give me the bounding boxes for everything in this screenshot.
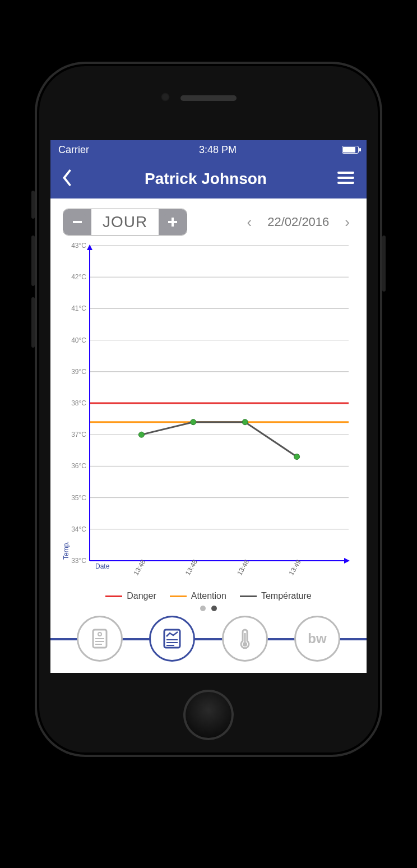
phone-frame: Carrier 3:48 PM Patrick Johnson <box>35 62 382 757</box>
svg-text:37°C: 37°C <box>71 431 86 438</box>
legend-swatch-attention <box>170 595 187 597</box>
svg-text:36°C: 36°C <box>71 462 86 470</box>
date-nav: ‹ 22/02/2016 › <box>243 210 354 234</box>
page-dot-0[interactable] <box>200 606 206 611</box>
legend-item-danger: Danger <box>105 591 156 601</box>
page-dot-1[interactable] <box>211 606 217 611</box>
tab-bar: bw <box>50 611 367 673</box>
svg-point-35 <box>294 454 300 460</box>
chart-legend: Danger Attention Température <box>62 591 355 601</box>
svg-text:bw: bw <box>308 631 327 646</box>
tab-bw[interactable]: bw <box>294 616 340 662</box>
svg-text:39°C: 39°C <box>71 368 86 376</box>
tab-profile[interactable] <box>77 616 123 662</box>
phone-mute-switch <box>31 191 35 219</box>
legend-swatch-temperature <box>240 595 257 597</box>
range-plus-button[interactable] <box>159 209 187 235</box>
svg-rect-7 <box>172 218 174 227</box>
stage: Carrier 3:48 PM Patrick Johnson <box>0 0 417 868</box>
phone-speaker <box>180 95 237 101</box>
svg-text:43°C: 43°C <box>71 242 86 250</box>
legend-item-attention: Attention <box>170 591 226 601</box>
status-bar: Carrier 3:48 PM <box>50 140 367 159</box>
svg-rect-2 <box>337 182 354 184</box>
date-label: 22/02/2016 <box>267 215 329 229</box>
svg-text:34°C: 34°C <box>71 525 86 533</box>
svg-point-32 <box>138 432 144 437</box>
legend-label-attention: Attention <box>191 591 226 601</box>
phone-vol-down <box>31 297 35 348</box>
svg-point-33 <box>191 419 196 425</box>
svg-rect-0 <box>337 172 354 174</box>
chart-container: 33°C34°C35°C36°C37°C38°C39°C40°C41°C42°C… <box>50 241 367 615</box>
legend-item-temperature: Température <box>240 591 312 601</box>
phone-vol-up <box>31 236 35 286</box>
date-next-button[interactable]: › <box>340 210 354 234</box>
svg-point-34 <box>242 419 248 425</box>
svg-rect-1 <box>337 177 354 179</box>
legend-swatch-danger <box>105 595 122 597</box>
legend-label-danger: Danger <box>127 591 156 601</box>
tab-thermometer[interactable] <box>222 616 268 662</box>
carrier-label: Carrier <box>58 144 89 156</box>
range-label: JOUR <box>91 213 159 231</box>
date-prev-button[interactable]: ‹ <box>243 210 257 234</box>
temperature-chart[interactable]: 33°C34°C35°C36°C37°C38°C39°C40°C41°C42°C… <box>62 241 355 589</box>
phone-camera <box>161 93 170 101</box>
svg-text:38°C: 38°C <box>71 399 86 407</box>
screen: Carrier 3:48 PM Patrick Johnson <box>50 140 367 673</box>
legend-label-temperature: Température <box>261 591 312 601</box>
home-button[interactable] <box>183 690 234 740</box>
menu-button[interactable] <box>337 172 354 186</box>
svg-text:40°C: 40°C <box>71 336 86 344</box>
svg-text:33°C: 33°C <box>71 557 86 565</box>
svg-text:Temp.: Temp. <box>62 541 70 560</box>
nav-bar: Patrick Johnson <box>50 159 367 198</box>
svg-rect-4 <box>73 221 82 223</box>
battery-icon <box>342 146 359 154</box>
tab-chart[interactable] <box>149 616 195 662</box>
svg-text:42°C: 42°C <box>71 273 86 281</box>
range-minus-button[interactable] <box>63 209 91 235</box>
svg-text:35°C: 35°C <box>71 494 86 502</box>
svg-marker-39 <box>344 558 350 564</box>
back-button[interactable] <box>63 169 74 188</box>
phone-power <box>382 236 386 292</box>
page-title: Patrick Johnson <box>145 170 267 188</box>
svg-text:Date: Date <box>95 562 110 570</box>
clock-label: 3:48 PM <box>199 144 237 156</box>
range-selector: JOUR <box>63 209 187 236</box>
svg-point-55 <box>243 642 247 647</box>
svg-text:41°C: 41°C <box>71 304 86 312</box>
controls-row: JOUR ‹ 22/02/2016 › <box>50 198 367 241</box>
svg-point-47 <box>98 632 101 636</box>
